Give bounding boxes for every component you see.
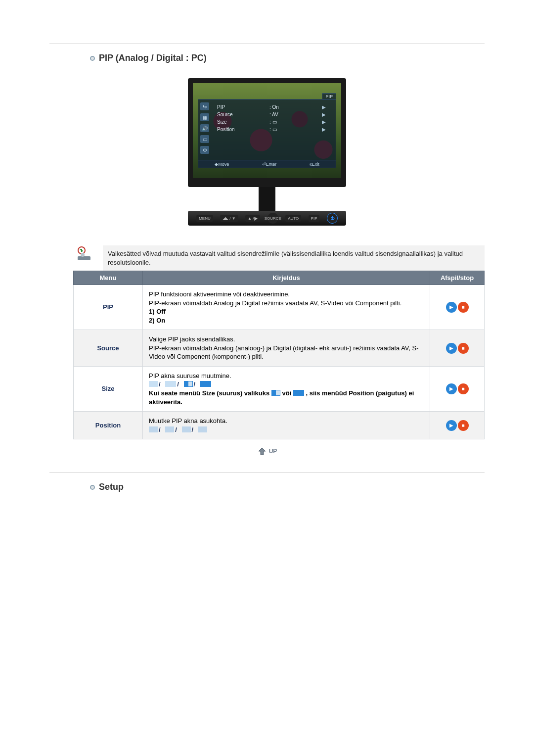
size-glyph-small-icon: [149, 381, 158, 387]
note-text: Vaikesätted võivad muutuda vastavalt val…: [103, 245, 485, 271]
osd-row: Position : ▭ ▶: [217, 127, 326, 132]
position-glyph-tr-icon: [165, 426, 174, 432]
osd-row: Size : ▭ ▶: [217, 119, 326, 125]
osd-row: PIP : On ▶: [217, 104, 326, 110]
monitor-btn-power: ⏻: [327, 213, 338, 224]
osd-row-label: Size: [217, 119, 252, 125]
osd-panel: ⇆ ▦ 🔊 ▭ ⚙ PIP : On ▶ Source : AV ▶: [198, 99, 336, 168]
desc-option: 2) On: [149, 317, 165, 324]
osd-rows: PIP : On ▶ Source : AV ▶ Size : ▭ ▶: [217, 104, 326, 132]
desc-cell-source: Valige PIP jaoks sisendallikas. PIP-ekra…: [143, 330, 430, 367]
play-stop-buttons: ▶ ■: [446, 302, 469, 313]
osd-row-label: PIP: [217, 104, 252, 110]
svg-rect-1: [78, 256, 90, 260]
menu-cell-pip: PIP: [74, 285, 143, 330]
menu-cell-size: Size: [74, 366, 143, 411]
monitor-btn-down: ◢◣ / ▼: [220, 215, 238, 222]
monitor-btn-source: SOURCE: [267, 213, 278, 224]
osd-row-arrow-icon: ▶: [322, 104, 326, 110]
osd-icon-picture: ▦: [200, 113, 209, 121]
note-icon: [73, 245, 95, 265]
osd-icon-pip: ▭: [200, 135, 209, 143]
monitor-btn-up: ▲ /|▶: [245, 215, 260, 222]
play-icon[interactable]: ▶: [446, 343, 457, 354]
stop-icon[interactable]: ■: [458, 420, 469, 431]
bullet-icon: [90, 56, 95, 61]
th-play: Afspil/stop: [430, 271, 485, 285]
desc-option: 1) Off: [149, 308, 166, 315]
osd-row-value: : ▭: [269, 119, 304, 125]
section-title-pip: PIP (Analog / Digital : PC): [99, 53, 207, 63]
th-desc: Kirjeldus: [143, 271, 430, 285]
osd-icon-sound: 🔊: [200, 124, 209, 132]
th-menu: Menu: [74, 271, 143, 285]
desc-cell-pip: PIP funktsiooni aktiveerimine või deakti…: [143, 285, 430, 330]
monitor-btn-auto: AUTO: [285, 215, 301, 222]
size-glyph-wide-icon: [200, 381, 211, 387]
play-icon[interactable]: ▶: [446, 383, 457, 394]
desc-line: PIP funktsiooni aktiveerimine või deakti…: [149, 290, 290, 298]
osd-footer-exit: ⎋Exit: [310, 162, 319, 167]
monitor-neck: [259, 187, 275, 211]
table-row: PIP PIP funktsiooni aktiveerimine või de…: [74, 285, 485, 330]
monitor: PIP ⇆ ▦ 🔊 ▭ ⚙ PIP : On ▶ Source: [188, 78, 346, 226]
svg-point-2: [81, 253, 85, 257]
size-glyph-half-icon: [184, 381, 193, 387]
table-row: Size PIP akna suuruse muutmine. / / / Ku…: [74, 366, 485, 411]
size-glyph-wide-icon: [293, 390, 304, 396]
play-cell: ▶ ■: [430, 330, 485, 367]
osd-row-value: : AV: [269, 112, 304, 117]
stop-icon[interactable]: ■: [458, 383, 469, 394]
osd-footer: ◆Move ⏎Enter ⎋Exit: [198, 160, 336, 168]
play-cell: ▶ ■: [430, 412, 485, 439]
desc-note: Kui seate menüü Size (suurus) valikuks v…: [149, 389, 414, 406]
play-stop-buttons: ▶ ■: [446, 420, 469, 431]
play-cell: ▶ ■: [430, 366, 485, 411]
size-glyph-medium-icon: [165, 381, 176, 387]
divider-top: [49, 44, 485, 44]
osd-footer-enter: ⏎Enter: [262, 162, 277, 167]
monitor-btn-pip: PIP: [309, 215, 320, 222]
desc-cell-size: PIP akna suuruse muutmine. / / / Kui sea…: [143, 366, 430, 411]
osd-row-arrow-icon: ▶: [322, 112, 326, 117]
up-link[interactable]: UP: [257, 446, 277, 456]
osd-footer-move: ◆Move: [215, 162, 229, 167]
osd-icon-setup: ⚙: [200, 146, 209, 154]
osd-row-label: Source: [217, 112, 252, 117]
desc-line: PIP akna suuruse muutmine.: [149, 372, 231, 379]
section-pip-heading: PIP (Analog / Digital : PC): [90, 53, 485, 63]
bullet-icon: [90, 485, 95, 490]
up-label: UP: [269, 448, 277, 455]
osd-row: Source : AV ▶: [217, 112, 326, 117]
divider-bottom: [49, 472, 485, 473]
position-glyph-bl-icon: [198, 426, 207, 432]
note-box: Vaikesätted võivad muutuda vastavalt val…: [73, 245, 485, 271]
osd-row-label: Position: [217, 127, 252, 132]
desc-cell-position: Muutke PIP akna asukohta. / / /: [143, 412, 430, 439]
monitor-btn-menu: MENU: [196, 215, 213, 222]
play-stop-buttons: ▶ ■: [446, 383, 469, 394]
osd-row-arrow-icon: ▶: [322, 127, 326, 132]
stop-icon[interactable]: ■: [458, 302, 469, 313]
monitor-illustration: PIP ⇆ ▦ 🔊 ▭ ⚙ PIP : On ▶ Source: [49, 78, 485, 226]
osd-icon-input: ⇆: [200, 102, 209, 110]
desc-line: Muutke PIP akna asukohta.: [149, 417, 227, 425]
play-icon[interactable]: ▶: [446, 302, 457, 313]
menu-cell-position: Position: [74, 412, 143, 439]
stop-icon[interactable]: ■: [458, 343, 469, 354]
osd-sidebar-icons: ⇆ ▦ 🔊 ▭ ⚙: [200, 102, 209, 154]
osd-row-value: : ▭: [269, 127, 304, 132]
size-glyph-half-icon: [271, 390, 280, 396]
play-icon[interactable]: ▶: [446, 420, 457, 431]
section-title-setup: Setup: [99, 482, 124, 492]
position-glyph-row: / / /: [149, 426, 207, 433]
up-arrow-icon: [257, 446, 267, 456]
pip-content-block: Vaikesätted võivad muutuda vastavalt val…: [73, 245, 485, 439]
position-glyph-tl-icon: [182, 426, 191, 432]
monitor-screen: PIP ⇆ ▦ 🔊 ▭ ⚙ PIP : On ▶ Source: [188, 78, 346, 187]
section-setup-heading: Setup: [90, 482, 485, 492]
table-row: Position Muutke PIP akna asukohta. / / /…: [74, 412, 485, 439]
menu-cell-source: Source: [74, 330, 143, 367]
osd-row-value: : On: [269, 104, 304, 110]
desc-line: PIP-ekraan võimaldab Analog ja Digital r…: [149, 299, 401, 307]
